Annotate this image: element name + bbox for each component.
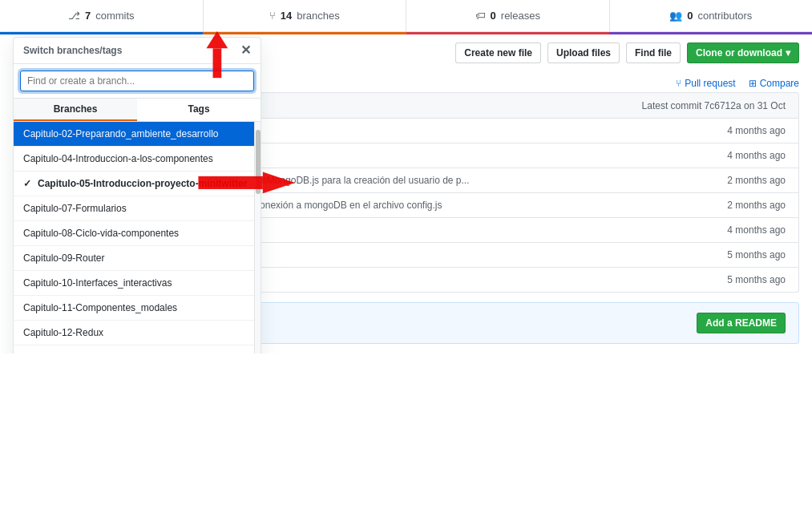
branch-name-0: Capitulo-02-Preparando_ambiente_desarrol… <box>23 128 219 139</box>
branch-dropdown: Switch branches/tags ✕ Branches Tags Cap… <box>13 37 261 353</box>
file-age-5: 5 months ago <box>689 249 786 261</box>
tab-tags[interactable]: Tags <box>137 99 261 121</box>
branches-stat[interactable]: ⑂ 14 branches <box>204 0 407 31</box>
branches-count: 14 <box>281 10 292 22</box>
compare-label: Compare <box>760 78 799 89</box>
branch-search-input[interactable] <box>20 71 254 91</box>
branch-item-3[interactable]: Capitulo-07-Formularios <box>14 196 261 221</box>
branch-name-7: Capitulo-11-Componentes_modales <box>23 302 177 313</box>
compare-link[interactable]: ⊞ Compare <box>749 78 799 89</box>
branch-name-2: Capitulo-05-Introduccion-proyecto-minitw… <box>38 178 247 189</box>
commits-icon: ⎇ <box>68 10 80 22</box>
pull-request-icon: ⑂ <box>676 78 681 89</box>
commits-stat[interactable]: ⎇ 7 commits <box>0 0 204 31</box>
commits-label: commits <box>95 10 134 22</box>
branches-icon: ⑂ <box>269 10 276 22</box>
contributors-count: 0 <box>687 10 693 22</box>
commits-count: 7 <box>85 10 91 22</box>
releases-icon: 🏷 <box>475 10 486 22</box>
tab-branches[interactable]: Branches <box>14 99 137 121</box>
check-icon: ✓ <box>23 178 31 189</box>
branch-list: Capitulo-02-Preparando_ambiente_desarrol… <box>14 122 261 353</box>
branch-name-8: Capitulo-12-Redux <box>23 327 103 338</box>
branch-item-4[interactable]: Capitulo-08-Ciclo-vida-componentes <box>14 221 261 246</box>
dropdown-search-container <box>14 64 261 99</box>
dropdown-close-button[interactable]: ✕ <box>240 44 251 57</box>
add-readme-label: Add a README <box>705 317 777 329</box>
file-age-6: 5 months ago <box>689 274 786 285</box>
find-file-label: Find file <box>635 47 672 59</box>
branch-item-6[interactable]: Capitulo-10-Interfaces_interactivas <box>14 271 261 296</box>
branch-name-1: Capitulo-04-Introduccion-a-los-component… <box>23 153 213 164</box>
upload-files-label: Upload files <box>556 47 611 59</box>
dropdown-tabs: Branches Tags <box>14 99 261 122</box>
compare-icon: ⊞ <box>749 78 757 89</box>
branch-name-4: Capitulo-08-Ciclo-vida-componentes <box>23 228 179 239</box>
pull-request-label: Pull request <box>685 78 735 89</box>
branch-item-5[interactable]: Capitulo-09-Router <box>14 246 261 271</box>
branch-name-5: Capitulo-09-Router <box>23 252 104 264</box>
file-commit-3: ps tos de conexión a mongoDB en el archi… <box>213 200 683 211</box>
toolbar-right: Create new file Upload files Find file C… <box>455 42 799 63</box>
dropdown-header: Switch branches/tags ✕ <box>14 38 261 64</box>
file-commit-2: il archivo InitMongoDB.js para la creaci… <box>213 175 683 186</box>
branch-name-3: Capitulo-07-Formularios <box>23 203 127 214</box>
upload-files-button[interactable]: Upload files <box>547 42 620 63</box>
clone-or-download-button[interactable]: Clone or download ▾ <box>687 42 799 63</box>
clone-dropdown-chevron-icon: ▾ <box>786 47 790 59</box>
contributors-stat[interactable]: 👥 0 contributors <box>610 0 813 31</box>
file-age-1: 4 months ago <box>689 150 786 161</box>
branch-name-6: Capitulo-10-Interfaces_interactivas <box>23 277 172 289</box>
branch-item-2[interactable]: ✓ Capitulo-05-Introduccion-proyecto-mini… <box>14 172 261 196</box>
pull-request-link[interactable]: ⑂ Pull request <box>676 78 735 89</box>
create-new-file-label: Create new file <box>464 47 532 59</box>
branch-name-9: Capitulo-13-Introduccion_a_NodeJS <box>23 352 178 353</box>
create-new-file-button[interactable]: Create new file <box>455 42 541 63</box>
branch-item-1[interactable]: Capitulo-04-Introduccion-a-los-component… <box>14 147 261 172</box>
contributors-icon: 👥 <box>669 10 682 22</box>
dropdown-title: Switch branches/tags <box>23 45 122 56</box>
file-age-4: 4 months ago <box>689 224 786 236</box>
contributors-label: contributors <box>697 10 752 22</box>
releases-count: 0 <box>491 10 496 22</box>
releases-stat[interactable]: 🏷 0 releases <box>406 0 610 31</box>
commit-hash: Latest commit 7c6712a on 31 Oct <box>642 100 786 111</box>
stats-bar: ⎇ 7 commits ⑂ 14 branches 🏷 0 releases 👥… <box>0 0 812 32</box>
file-age-2: 2 months ago <box>689 175 786 186</box>
branch-item-7[interactable]: Capitulo-11-Componentes_modales <box>14 296 261 321</box>
find-file-button[interactable]: Find file <box>626 42 681 63</box>
file-age-3: 2 months ago <box>689 200 786 211</box>
branch-item-9[interactable]: Capitulo-13-Introduccion_a_NodeJS <box>14 345 261 353</box>
add-readme-button[interactable]: Add a README <box>697 313 786 333</box>
branch-item-0[interactable]: Capitulo-02-Preparando_ambiente_desarrol… <box>14 122 261 147</box>
releases-label: releases <box>501 10 540 22</box>
clone-or-download-label: Clone or download <box>696 47 782 59</box>
file-age-0: 4 months ago <box>689 125 786 136</box>
branch-item-8[interactable]: Capitulo-12-Redux <box>14 321 261 345</box>
branches-label: branches <box>297 10 339 22</box>
